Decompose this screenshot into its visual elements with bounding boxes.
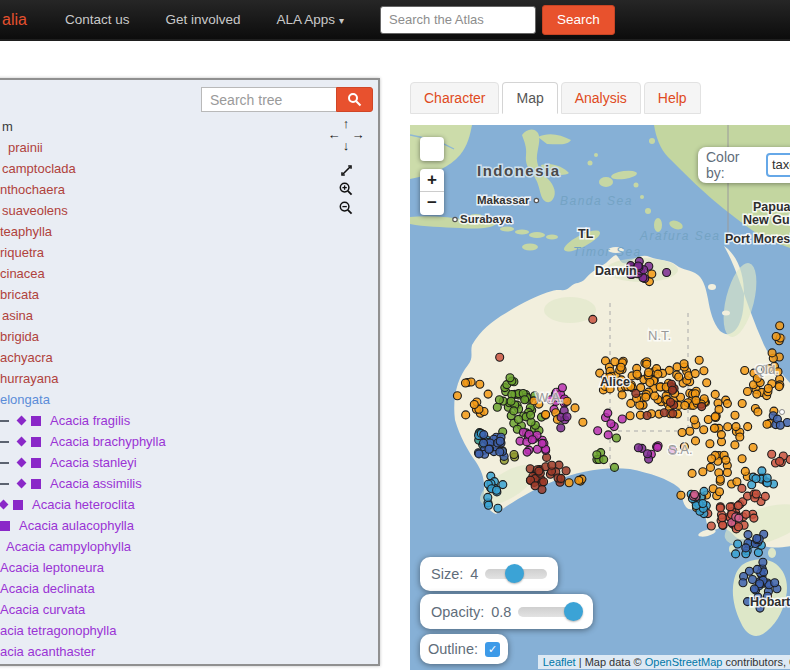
tab-character[interactable]: Character (410, 82, 499, 114)
occurrence-dot[interactable] (772, 333, 780, 341)
square-marker-icon[interactable] (31, 458, 41, 468)
occurrence-dot[interactable] (700, 426, 708, 434)
occurrence-dot[interactable] (744, 423, 752, 431)
occurrence-dot[interactable] (734, 540, 742, 548)
occurrence-dot[interactable] (612, 434, 620, 442)
atlas-search-input[interactable] (380, 6, 536, 34)
occurrence-dot[interactable] (753, 390, 761, 398)
occurrence-dot[interactable] (707, 463, 715, 471)
size-slider-thumb[interactable] (505, 564, 524, 583)
occurrence-dot[interactable] (496, 448, 504, 456)
occurrence-dot[interactable] (708, 455, 716, 463)
occurrence-dot[interactable] (675, 373, 683, 381)
tree-search-button[interactable] (336, 87, 373, 112)
occurrence-dot[interactable] (686, 427, 694, 435)
occurrence-dot[interactable] (540, 478, 548, 486)
occurrence-dot[interactable] (722, 456, 730, 464)
occurrence-dot[interactable] (742, 544, 750, 552)
occurrence-dot[interactable] (736, 433, 744, 441)
occurrence-dot[interactable] (594, 427, 602, 435)
occurrence-dot[interactable] (776, 322, 784, 330)
taxon-label[interactable]: m (2, 116, 13, 137)
taxon-label[interactable]: camptoclada (2, 158, 76, 179)
occurrence-dot[interactable] (768, 450, 776, 458)
occurrence-dot[interactable] (711, 413, 719, 421)
taxon-label[interactable]: Acacia brachyphylla (50, 431, 166, 452)
occurrence-dot[interactable] (726, 503, 734, 511)
taxon-label[interactable]: teaphylla (0, 221, 52, 242)
occurrence-dot[interactable] (707, 522, 715, 530)
taxon-label[interactable]: suaveolens (2, 200, 68, 221)
occurrence-dot[interactable] (462, 379, 470, 387)
occurrence-dot[interactable] (644, 450, 652, 458)
outline-checkbox[interactable]: ✓ (485, 642, 500, 657)
occurrence-dot[interactable] (484, 493, 492, 501)
occurrence-dot[interactable] (668, 386, 676, 394)
occurrence-dot[interactable] (744, 531, 752, 539)
occurrence-dot[interactable] (604, 431, 612, 439)
occurrence-dot[interactable] (763, 474, 771, 482)
occurrence-dot[interactable] (660, 409, 668, 417)
taxon-label[interactable]: nthochaera (0, 179, 65, 200)
occurrence-dot[interactable] (749, 444, 757, 452)
square-marker-icon[interactable] (31, 479, 41, 489)
map-zoom-out-button[interactable]: − (420, 192, 444, 215)
taxon-label[interactable]: prainii (8, 137, 43, 158)
occurrence-dot[interactable] (515, 415, 523, 423)
occurrence-dot[interactable] (579, 418, 587, 426)
diamond-marker-icon[interactable] (17, 437, 27, 447)
occurrence-dot[interactable] (724, 423, 732, 431)
taxon-label[interactable]: asina (2, 305, 33, 326)
occurrence-dot[interactable] (506, 374, 514, 382)
occurrence-dot[interactable] (632, 389, 640, 397)
square-marker-icon[interactable] (31, 416, 41, 426)
ala-logo-fragment[interactable]: alia (2, 11, 27, 29)
taxon-label[interactable]: achyacra (0, 347, 53, 368)
taxon-label[interactable]: Acacia declinata (0, 578, 95, 599)
taxon-label[interactable]: Acacia heteroclita (32, 494, 135, 515)
occurrence-dot[interactable] (706, 440, 714, 448)
occurrence-dot[interactable] (715, 405, 723, 413)
occurrence-dot[interactable] (510, 451, 518, 459)
occurrence-dot[interactable] (667, 398, 675, 406)
occurrence-dot[interactable] (523, 448, 531, 456)
occurrence-dot[interactable] (771, 579, 779, 587)
occurrence-map[interactable]: IndonesiaMakassarSurabayaBanda SeaArafur… (410, 125, 790, 670)
occurrence-dot[interactable] (776, 421, 784, 429)
map-blank-control-button[interactable] (420, 137, 444, 161)
occurrence-dot[interactable] (716, 504, 724, 512)
taxon-label[interactable]: Acacia stanleyi (50, 452, 137, 473)
occurrence-dot[interactable] (750, 585, 758, 593)
occurrence-dot[interactable] (731, 441, 739, 449)
occurrence-dot[interactable] (758, 467, 766, 475)
occurrence-dot[interactable] (698, 403, 706, 411)
color-by-select[interactable]: taxo (766, 153, 790, 177)
occurrence-dot[interactable] (507, 397, 515, 405)
occurrence-dot[interactable] (703, 379, 711, 387)
nav-get-involved[interactable]: Get involved (165, 12, 240, 27)
occurrence-dot[interactable] (752, 475, 760, 483)
occurrence-dot[interactable] (692, 437, 700, 445)
occurrence-dot[interactable] (716, 488, 724, 496)
occurrence-dot[interactable] (646, 379, 654, 387)
occurrence-dot[interactable] (643, 412, 651, 420)
occurrence-dot[interactable] (761, 492, 769, 500)
occurrence-dot[interactable] (663, 269, 671, 277)
occurrence-dot[interactable] (680, 360, 688, 368)
osm-link[interactable]: OpenStreetMap (645, 656, 723, 668)
occurrence-dot[interactable] (744, 388, 752, 396)
occurrence-dot[interactable] (753, 565, 761, 573)
occurrence-dot[interactable] (626, 412, 634, 420)
diamond-marker-icon[interactable] (0, 500, 8, 510)
occurrence-dot[interactable] (768, 349, 776, 357)
occurrence-dot[interactable] (700, 367, 708, 375)
taxon-label[interactable]: Acacia leptoneura (0, 557, 104, 578)
occurrence-dot[interactable] (485, 445, 493, 453)
occurrence-dot[interactable] (634, 444, 642, 452)
occurrence-dot[interactable] (752, 490, 760, 498)
taxon-label[interactable]: elongata (0, 389, 50, 410)
taxon-label[interactable]: Acacia campylophylla (6, 536, 131, 557)
occurrence-dot[interactable] (600, 456, 608, 464)
nav-contact-us[interactable]: Contact us (65, 12, 130, 27)
taxon-label[interactable]: Acacia assimilis (50, 473, 142, 494)
